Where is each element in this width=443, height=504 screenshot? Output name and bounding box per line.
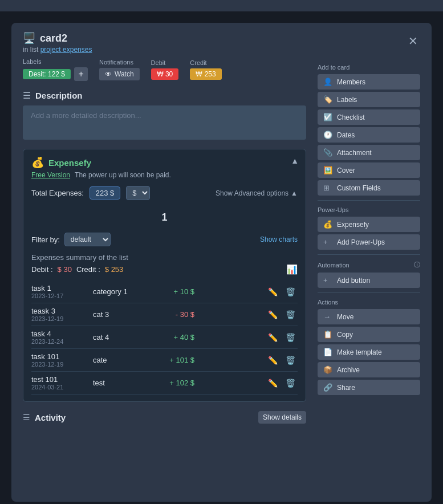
attachment-label: Attachment: [337, 149, 372, 157]
summary-credit-value: $ 253: [105, 265, 124, 274]
notifications-section: Notifications 👁 Watch: [99, 59, 140, 80]
members-icon: 👤: [323, 78, 332, 86]
automation-info-icon[interactable]: ⓘ: [414, 261, 420, 269]
copy-icon: 📋: [323, 330, 332, 339]
free-version-link[interactable]: Free Version: [31, 171, 70, 179]
expenses-summary-values: Debit : $ 30 Credit : $ 253 📊: [31, 264, 298, 275]
delete-expense-5-button[interactable]: 🗑️: [283, 377, 298, 389]
custom-fields-label: Custom Fields: [337, 184, 381, 192]
add-button-button[interactable]: + Add button: [318, 273, 420, 288]
members-label: Members: [337, 78, 365, 86]
delete-expense-4-button[interactable]: 🗑️: [283, 355, 298, 366]
custom-fields-button[interactable]: ⊞ Custom Fields: [318, 180, 420, 196]
attachment-button[interactable]: 📎 Attachment: [318, 145, 420, 160]
delete-expense-1-button[interactable]: 🗑️: [283, 286, 298, 298]
watch-button[interactable]: 👁 Watch: [99, 68, 140, 80]
description-title: Description: [35, 91, 83, 100]
add-power-ups-button[interactable]: + Add Power-Ups: [318, 234, 420, 250]
expensefy-sidebar-icon: 💰: [323, 220, 332, 229]
expensefy-title: Expensefy: [48, 158, 91, 168]
cover-button[interactable]: 🖼️ Cover: [318, 162, 420, 178]
power-ups-title: Power-Ups: [318, 206, 420, 213]
divider-1: [318, 200, 420, 201]
expense-task-2: teask 3 2023-12-19: [31, 307, 88, 322]
show-charts-button[interactable]: Show charts: [260, 235, 298, 243]
filter-label: Filter by: default category date: [31, 233, 111, 246]
automation-title: Automation: [318, 262, 349, 269]
close-button[interactable]: ✕: [406, 32, 420, 50]
expense-task-3: task 4 2023-12-24: [31, 330, 88, 345]
move-button[interactable]: → Move: [318, 309, 420, 324]
make-template-label: Make template: [337, 348, 382, 356]
card-icon: 🖥️: [23, 32, 35, 44]
activity-title: Activity: [35, 413, 66, 422]
share-button[interactable]: 🔗 Share: [318, 380, 420, 395]
delete-expense-3-button[interactable]: 🗑️: [283, 332, 298, 343]
expense-amount-2: - 30 $: [149, 310, 194, 319]
add-label-button[interactable]: +: [74, 67, 88, 81]
move-icon: →: [323, 312, 332, 321]
edit-expense-5-button[interactable]: ✏️: [266, 377, 280, 389]
labels-section: Labels Desit: 122 $ +: [23, 58, 88, 81]
expensefy-sidebar-label: Expensefy: [337, 221, 369, 229]
debit-section: Debit ₩ 30: [151, 59, 179, 80]
expense-row: task 1 2023-12-17 category 1 + 10 $ ✏️ 🗑…: [31, 281, 298, 303]
share-label: Share: [337, 384, 355, 392]
add-button-label: Add button: [337, 277, 370, 284]
description-icon: ☰: [23, 90, 31, 101]
show-advanced-button[interactable]: Show Advanced options ▲: [216, 189, 298, 197]
list-link[interactable]: project expenses: [40, 46, 92, 54]
page-number: 1: [161, 212, 167, 223]
delete-expense-2-button[interactable]: 🗑️: [283, 309, 298, 320]
modal-subtitle: in list project expenses: [23, 46, 92, 54]
edit-expense-3-button[interactable]: ✏️: [266, 332, 280, 343]
activity-row: ☰ Activity Show details: [23, 411, 306, 424]
dates-button[interactable]: 🕐 Dates: [318, 127, 420, 143]
description-box[interactable]: Add a more detailed description...: [23, 105, 306, 140]
edit-expense-1-button[interactable]: ✏️: [266, 286, 280, 298]
expense-task-4: task 101 2023-12-19: [31, 352, 88, 368]
expense-category-2: cat 3: [93, 310, 144, 319]
expensefy-header: 💰 Expensefy: [31, 156, 298, 169]
checklist-button[interactable]: ☑️ Checklist: [318, 109, 420, 125]
members-button[interactable]: 👤 Members: [318, 74, 420, 90]
label-badge[interactable]: Desit: 122 $: [23, 69, 71, 79]
credit-section: Credit ₩ 253: [190, 59, 221, 80]
expense-actions-4: ✏️ 🗑️: [266, 355, 298, 366]
cover-icon: 🖼️: [323, 166, 332, 174]
expense-amount-1: + 10 $: [149, 287, 194, 296]
meta-row: Labels Desit: 122 $ + Notifications 👁 Wa…: [23, 58, 306, 81]
expensefy-sidebar-button[interactable]: 💰 Expensefy: [318, 217, 420, 232]
collapse-button[interactable]: ▲: [291, 156, 299, 165]
divider-2: [318, 254, 420, 255]
expenses-summary: Expenses summary of the list Debit : $ 3…: [31, 253, 298, 275]
labels-value: Desit: 122 $ +: [23, 67, 88, 81]
delete-icon: 🗑️: [286, 333, 295, 342]
notifications-label: Notifications: [99, 59, 140, 66]
make-template-button[interactable]: 📄 Make template: [318, 344, 420, 360]
archive-button[interactable]: 📦 Archive: [318, 362, 420, 377]
expense-category-5: test: [93, 379, 144, 387]
copy-label: Copy: [337, 331, 353, 339]
labels-button[interactable]: 🏷️ Labels: [318, 92, 420, 107]
expense-amount-3: + 40 $: [149, 333, 194, 342]
copy-button[interactable]: 📋 Copy: [318, 327, 420, 342]
edit-expense-2-button[interactable]: ✏️: [266, 309, 280, 320]
filter-select[interactable]: default category date: [64, 233, 111, 246]
edit-expense-4-button[interactable]: ✏️: [266, 355, 280, 366]
expense-row: teask 3 2023-12-19 cat 3 - 30 $ ✏️ 🗑️: [31, 303, 298, 326]
watch-label: Watch: [115, 70, 134, 78]
delete-icon: 🗑️: [286, 287, 295, 296]
modal-title-area: 🖥️ card2 in list project expenses: [23, 32, 92, 54]
add-button-icon: +: [323, 276, 332, 284]
export-button[interactable]: 📊: [286, 264, 298, 275]
currency-select[interactable]: $ € £: [126, 186, 150, 200]
labels-icon: 🏷️: [323, 95, 332, 104]
activity-icon: ☰: [23, 413, 30, 422]
expensefy-version: Free Version The power up will soon be p…: [31, 171, 298, 179]
cover-label: Cover: [337, 166, 355, 174]
delete-icon: 🗑️: [286, 310, 295, 319]
edit-icon: ✏️: [268, 310, 278, 319]
show-details-button[interactable]: Show details: [258, 411, 306, 424]
delete-icon: 🗑️: [286, 379, 295, 388]
